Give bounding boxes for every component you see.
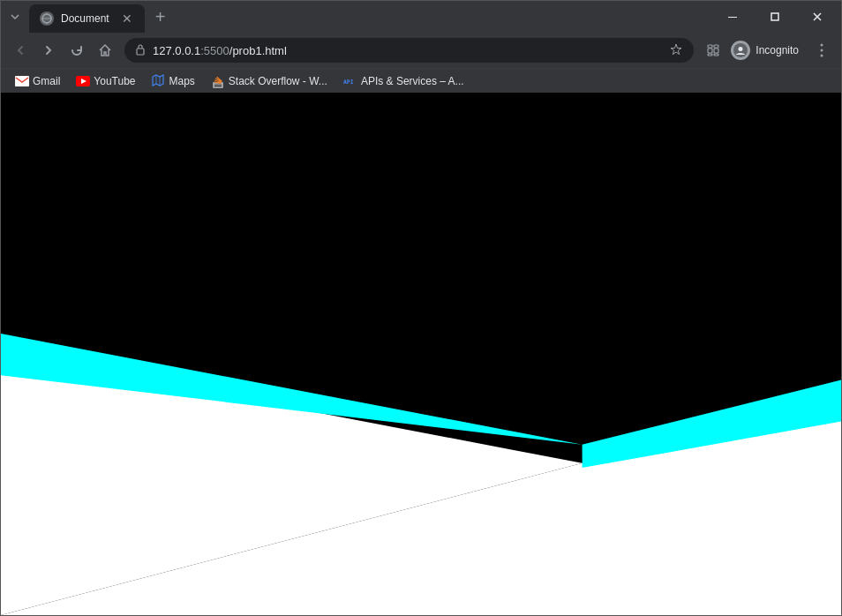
stackoverflow-favicon <box>211 74 225 88</box>
address-path: /prob1.html <box>229 44 287 57</box>
forward-button[interactable] <box>36 38 61 63</box>
incognito-label: Incognito <box>756 44 799 56</box>
svg-rect-2 <box>771 13 778 20</box>
new-tab-button[interactable]: + <box>148 4 173 29</box>
address-port: :5500 <box>200 44 229 57</box>
bookmark-stackoverflow[interactable]: Stack Overflow - W... <box>204 71 335 91</box>
svg-point-13 <box>821 55 823 57</box>
svg-rect-8 <box>708 54 712 56</box>
browser-window: Document ✕ + <box>0 0 842 616</box>
tab-favicon <box>40 11 54 26</box>
maximize-button[interactable] <box>755 1 795 33</box>
svg-rect-1 <box>728 17 737 18</box>
incognito-icon <box>731 41 750 60</box>
page-graphic <box>1 93 841 615</box>
tab-title: Document <box>61 12 109 25</box>
apis-favicon: API <box>343 74 357 88</box>
gmail-favicon <box>15 74 29 88</box>
close-button[interactable] <box>797 1 838 33</box>
svg-rect-3 <box>137 49 144 55</box>
navigation-toolbar: 127.0.0.1:5500/prob1.html Incognito <box>1 33 841 68</box>
tab-strip: Document ✕ + <box>1 1 712 33</box>
youtube-label: YouTube <box>94 75 135 87</box>
svg-rect-6 <box>708 45 712 48</box>
home-button[interactable] <box>93 38 117 63</box>
tab-close-button[interactable]: ✕ <box>120 11 134 26</box>
bookmark-maps[interactable]: Maps <box>145 71 202 91</box>
svg-point-11 <box>821 44 823 47</box>
gmail-label: Gmail <box>33 75 60 87</box>
incognito-badge[interactable]: Incognito <box>727 38 808 63</box>
bookmark-star-icon[interactable] <box>669 42 683 59</box>
svg-rect-5 <box>714 49 718 53</box>
youtube-favicon <box>76 74 90 88</box>
stackoverflow-label: Stack Overflow - W... <box>229 75 327 87</box>
address-bar[interactable]: 127.0.0.1:5500/prob1.html <box>124 38 694 63</box>
toolbar-right: Incognito <box>701 38 834 63</box>
reload-button[interactable] <box>64 38 89 63</box>
minimize-button[interactable] <box>712 1 753 33</box>
security-icon <box>135 43 146 58</box>
svg-point-12 <box>821 49 823 52</box>
titlebar: Document ✕ + <box>1 1 841 33</box>
svg-rect-7 <box>714 45 718 48</box>
apis-label: APIs & Services – A... <box>361 75 464 87</box>
address-host: 127.0.0.1 <box>153 44 200 57</box>
svg-rect-4 <box>708 49 712 53</box>
svg-text:API: API <box>343 79 354 86</box>
svg-rect-18 <box>214 84 222 85</box>
bookmark-apis[interactable]: API APIs & Services – A... <box>336 71 471 91</box>
window-controls <box>712 1 841 33</box>
svg-rect-9 <box>714 54 718 56</box>
back-button[interactable] <box>8 38 33 63</box>
svg-rect-14 <box>15 76 29 86</box>
maps-favicon <box>152 74 166 88</box>
address-text: 127.0.0.1:5500/prob1.html <box>153 44 662 57</box>
page-content <box>1 93 841 615</box>
more-menu-button[interactable] <box>809 38 834 63</box>
bookmark-youtube[interactable]: YouTube <box>69 71 142 91</box>
maps-label: Maps <box>169 75 195 87</box>
active-tab[interactable]: Document ✕ <box>29 4 145 33</box>
extensions-button[interactable] <box>701 38 725 63</box>
bookmark-gmail[interactable]: Gmail <box>8 71 67 91</box>
tab-search-button[interactable] <box>1 1 29 33</box>
bookmarks-bar: Gmail YouTube Maps Stack Overflow - W...… <box>1 68 841 93</box>
